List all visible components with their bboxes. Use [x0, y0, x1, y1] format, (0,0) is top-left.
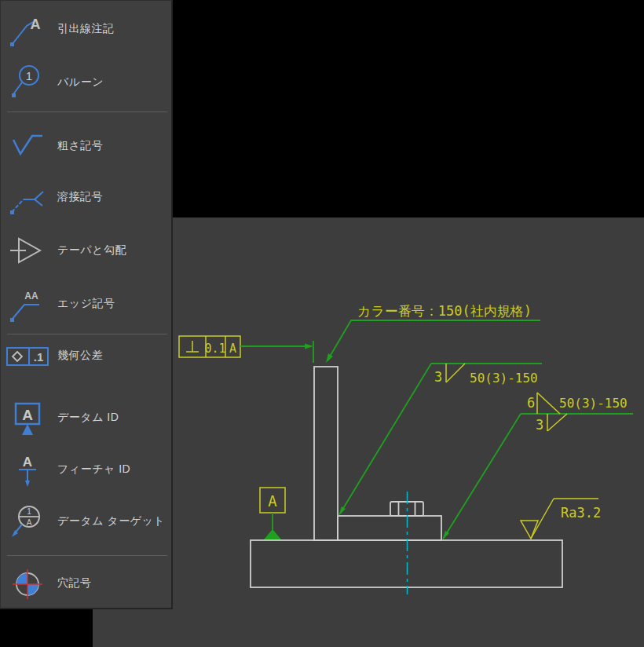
welding-symbol-icon	[9, 178, 46, 216]
menu-item-label: 幾何公差	[57, 349, 103, 363]
menu-divider	[7, 111, 167, 112]
base-plate[interactable]	[251, 540, 562, 587]
surface-roughness-icon	[9, 127, 46, 165]
menu-item-label: テーパと勾配	[57, 243, 126, 258]
geometric-tolerance-frame[interactable]: 0.1 A	[179, 336, 313, 363]
leader-arrowhead	[338, 506, 346, 516]
menu-item-hole-symbol[interactable]: 穴記号	[1, 560, 172, 607]
menu-item-label: フィーチャ ID	[57, 462, 130, 477]
tolerance-datum: A	[229, 342, 236, 356]
menu-item-leader-note[interactable]: A 引出線注記	[1, 5, 172, 53]
hole-symbol-icon	[9, 565, 46, 602]
datum-feature-symbol[interactable]: A	[260, 488, 285, 539]
leader-arrowhead	[326, 353, 333, 363]
datum-triangle	[264, 529, 281, 539]
app-window: { "menu": { "items": [ {"label": "引出線注記"…	[0, 0, 644, 647]
perpendicularity-icon	[186, 341, 199, 352]
svg-text:.1: .1	[34, 350, 44, 364]
color-note-annotation[interactable]: カラー番号：150(社内規格)	[326, 303, 540, 363]
menu-item-label: エッジ記号	[57, 297, 115, 311]
menu-item-balloon[interactable]: 1 バルーン	[1, 59, 172, 106]
fillet-weld-icon-above	[537, 393, 560, 414]
datum-id-icon: A	[9, 399, 46, 437]
weld-size-bottom: 3	[536, 417, 543, 433]
feature-id-icon: A	[9, 451, 46, 488]
leader-note-icon: A	[9, 10, 46, 48]
menu-item-taper-slope[interactable]: テーパと勾配	[1, 227, 172, 274]
menu-item-label: 穴記号	[57, 576, 92, 590]
roughness-value: Ra3.2	[561, 505, 601, 521]
menu-item-label: データム ID	[57, 411, 119, 425]
menu-item-label: 溶接記号	[57, 190, 103, 204]
datum-target-icon: 1 A	[9, 503, 46, 540]
tolerance-value: 0.1	[204, 342, 225, 356]
weld-pitch: 50(3)-150	[559, 396, 628, 411]
menu-item-label: データム ターゲット	[57, 514, 165, 528]
part-geometry[interactable]	[251, 367, 562, 587]
menu-divider	[7, 555, 167, 556]
surface-roughness-symbol[interactable]: Ra3.2	[521, 499, 601, 539]
edge-symbol-icon: AA	[9, 285, 46, 323]
menu-item-label: バルーン	[57, 75, 104, 90]
annotation-flyout-menu: A 引出線注記 1 バルーン 粗さ記号 溶接記号	[0, 0, 173, 609]
svg-text:A: A	[22, 407, 33, 423]
menu-item-feature-id[interactable]: A フィーチャ ID	[1, 446, 172, 493]
svg-text:AA: AA	[24, 291, 38, 302]
menu-item-label: 粗さ記号	[57, 139, 103, 153]
balloon-icon: 1	[9, 64, 46, 101]
tolerance-leader	[240, 341, 313, 363]
color-note-text: カラー番号：150(社内規格)	[357, 303, 532, 319]
menu-item-roughness-symbol[interactable]: 粗さ記号	[1, 122, 172, 170]
menu-item-geometric-tolerance[interactable]: .1 幾何公差	[1, 332, 172, 379]
weld-size-top: 6	[527, 395, 535, 411]
weld-leg-size: 3	[434, 369, 442, 385]
weld-symbol-lower[interactable]: 6 50(3)-150 3	[442, 393, 633, 540]
weld-symbol-upper[interactable]: 3 50(3)-150	[338, 364, 542, 516]
svg-text:A: A	[27, 518, 32, 527]
fillet-weld-icon	[446, 364, 465, 382]
weld-pitch: 50(3)-150	[470, 371, 538, 386]
menu-item-welding-symbol[interactable]: 溶接記号	[1, 174, 172, 221]
vertical-column[interactable]	[314, 367, 338, 540]
svg-text:1: 1	[26, 69, 32, 82]
svg-text:1: 1	[27, 507, 31, 516]
svg-text:A: A	[31, 16, 41, 32]
menu-item-edge-symbol[interactable]: AA エッジ記号	[1, 280, 172, 327]
menu-item-datum-target[interactable]: 1 A データム ターゲット	[1, 498, 172, 545]
menu-item-label: 引出線注記	[57, 22, 115, 36]
leader-arrowhead	[442, 531, 449, 540]
fillet-weld-icon-below	[547, 414, 567, 431]
taper-slope-icon	[9, 232, 46, 269]
menu-item-datum-id[interactable]: A データム ID	[1, 394, 172, 441]
datum-label: A	[268, 492, 277, 510]
geometric-tolerance-icon: .1	[5, 342, 49, 370]
rib-block[interactable]	[338, 516, 441, 540]
svg-text:A: A	[23, 455, 32, 470]
